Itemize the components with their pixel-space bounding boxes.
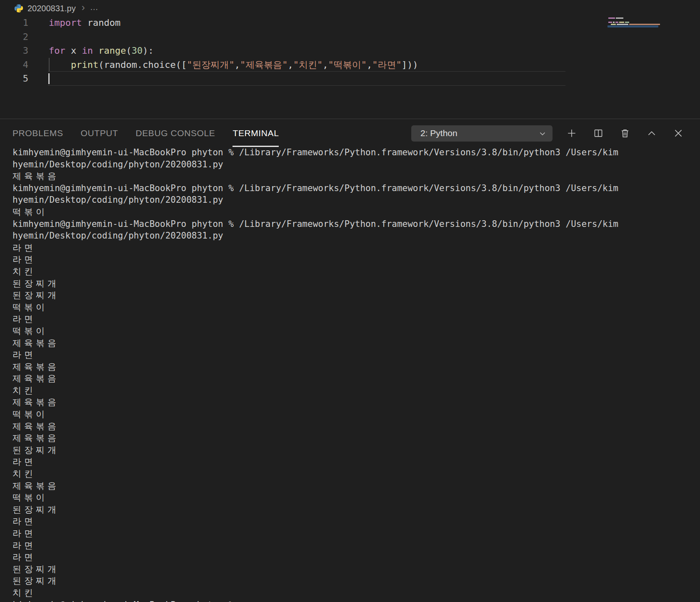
close-panel-button[interactable] bbox=[668, 124, 689, 142]
breadcrumb-symbol-ellipsis[interactable]: … bbox=[90, 2, 99, 15]
line-number: 3 bbox=[0, 44, 28, 58]
maximize-panel-button[interactable] bbox=[641, 124, 662, 142]
breadcrumb: 20200831.py › … bbox=[14, 2, 99, 15]
terminal-command-line: kimhyemin@gimhyemin-ui-MacBookPro phyton… bbox=[0, 218, 700, 230]
trash-icon bbox=[619, 127, 631, 139]
terminal-output-line: 된장찌개 bbox=[0, 289, 700, 301]
text-cursor bbox=[48, 73, 50, 84]
chevron-up-icon bbox=[646, 127, 658, 139]
terminal-output-line: 떡볶이 bbox=[0, 301, 700, 313]
terminal-output-line: 라면 bbox=[0, 540, 700, 552]
terminal-output-line: 제육볶음 bbox=[0, 373, 700, 385]
terminal-command-line: kimhyemin@gimhyemin-ui-MacBookPro phyton… bbox=[0, 147, 700, 159]
code-line[interactable]: 3for x in range(30): bbox=[0, 44, 700, 58]
terminal-command-line: kimhyemin@gimhyemin-ui-MacBookPro phyton… bbox=[0, 182, 700, 194]
terminal-output-line: 제육볶음 bbox=[0, 432, 700, 444]
terminal-output-line: 라면 bbox=[0, 254, 700, 266]
terminal-output-line: 치킨 bbox=[0, 266, 700, 278]
terminal-picker-value: 2: Python bbox=[420, 128, 538, 139]
code-text: print(random.choice(["된장찌개","제육볶음","치킨",… bbox=[49, 58, 418, 72]
terminal-output-line: 된장찌개 bbox=[0, 504, 700, 516]
minimap-line bbox=[608, 17, 623, 19]
panel-tabs: PROBLEMSOUTPUTDEBUG CONSOLETERMINAL bbox=[12, 119, 279, 147]
terminal-output-line: 라면 bbox=[0, 242, 700, 254]
terminal-output-line: 제육볶음 bbox=[0, 361, 700, 373]
code-line[interactable]: 5 bbox=[0, 72, 700, 86]
terminal-output-line: 떡볶이 bbox=[0, 492, 700, 504]
terminal-output-line: 된장찌개 bbox=[0, 563, 700, 575]
terminal-output-line: 라면 bbox=[0, 515, 700, 527]
terminal-output-line: 라면 bbox=[0, 313, 700, 325]
terminal-output-line: 치킨 bbox=[0, 587, 700, 599]
panel-actions bbox=[561, 119, 694, 147]
line-number: 5 bbox=[0, 72, 28, 86]
tab-debug-console[interactable]: DEBUG CONSOLE bbox=[135, 119, 215, 147]
close-icon bbox=[672, 127, 684, 139]
terminal-output-line: 된장찌개 bbox=[0, 444, 700, 456]
terminal-output-line: 치킨 bbox=[0, 385, 700, 397]
terminal-output-line: 된장찌개 bbox=[0, 278, 700, 290]
code-area[interactable]: 1import random23for x in range(30):4 pri… bbox=[0, 16, 700, 86]
line-number: 2 bbox=[0, 30, 28, 44]
code-text: import random bbox=[49, 16, 120, 30]
terminal-output-line: 떡볶이 bbox=[0, 206, 700, 218]
line-number: 1 bbox=[0, 16, 28, 30]
new-terminal-button[interactable] bbox=[561, 124, 582, 142]
terminal-output-line: 라면 bbox=[0, 349, 700, 361]
code-text: for x in range(30): bbox=[49, 44, 154, 58]
terminal-output-line: 라면 bbox=[0, 551, 700, 563]
minimap-line bbox=[608, 22, 629, 23]
terminal-output-line: 떡볶이 bbox=[0, 408, 700, 420]
terminal-output[interactable]: kimhyemin@gimhyemin-ui-MacBookPro phyton… bbox=[0, 147, 700, 602]
terminal-command-line: hyemin/Desktop/coding/phyton/20200831.py bbox=[0, 194, 700, 206]
split-terminal-icon bbox=[592, 127, 604, 139]
terminal-output-line: 제육볶음 bbox=[0, 480, 700, 492]
terminal-output-line: 라면 bbox=[0, 456, 700, 468]
code-line[interactable]: 4 print(random.choice(["된장찌개","제육볶음","치킨… bbox=[0, 58, 700, 72]
terminal-output-line: 라면 bbox=[0, 527, 700, 540]
editor-pane: 20200831.py › … 1import random23for x in… bbox=[0, 0, 700, 119]
terminal-output-line: 제육볶음 bbox=[0, 396, 700, 408]
plus-icon bbox=[566, 127, 578, 139]
panel-header: PROBLEMSOUTPUTDEBUG CONSOLETERMINAL 2: P… bbox=[0, 119, 700, 147]
terminal-output-line: 치킨 bbox=[0, 468, 700, 480]
terminal-output-line: 제육볶음 bbox=[0, 337, 700, 349]
minimap[interactable] bbox=[608, 16, 658, 34]
python-icon bbox=[14, 4, 23, 13]
terminal-output-line: 제육볶음 bbox=[0, 170, 700, 182]
code-line[interactable]: 2 bbox=[0, 30, 700, 44]
terminal-output-line: 제육볶음 bbox=[0, 420, 700, 433]
tab-problems[interactable]: PROBLEMS bbox=[12, 119, 63, 147]
terminal-prompt-partial: kimhyemin@gimhyemin-ui-MacBookPro phyton… bbox=[0, 599, 700, 602]
minimap-current-line-highlight bbox=[608, 25, 658, 27]
split-terminal-button[interactable] bbox=[588, 124, 609, 142]
chevron-down-icon bbox=[538, 129, 548, 139]
chevron-right-icon: › bbox=[80, 3, 86, 13]
current-line-highlight bbox=[48, 71, 565, 86]
tab-terminal[interactable]: TERMINAL bbox=[232, 119, 279, 147]
terminal-command-line: hyemin/Desktop/coding/phyton/20200831.py bbox=[0, 230, 700, 242]
terminal-output-line: 된장찌개 bbox=[0, 575, 700, 587]
terminal-output-line: 떡볶이 bbox=[0, 325, 700, 337]
terminal-command-line: hyemin/Desktop/coding/phyton/20200831.py bbox=[0, 159, 700, 171]
tab-output[interactable]: OUTPUT bbox=[81, 119, 118, 147]
kill-terminal-button[interactable] bbox=[614, 124, 636, 142]
breadcrumb-file[interactable]: 20200831.py bbox=[28, 4, 76, 13]
minimap-line bbox=[611, 24, 660, 25]
line-number: 4 bbox=[0, 58, 28, 72]
code-line[interactable]: 1import random bbox=[0, 16, 700, 30]
terminal-picker[interactable]: 2: Python bbox=[411, 125, 552, 142]
